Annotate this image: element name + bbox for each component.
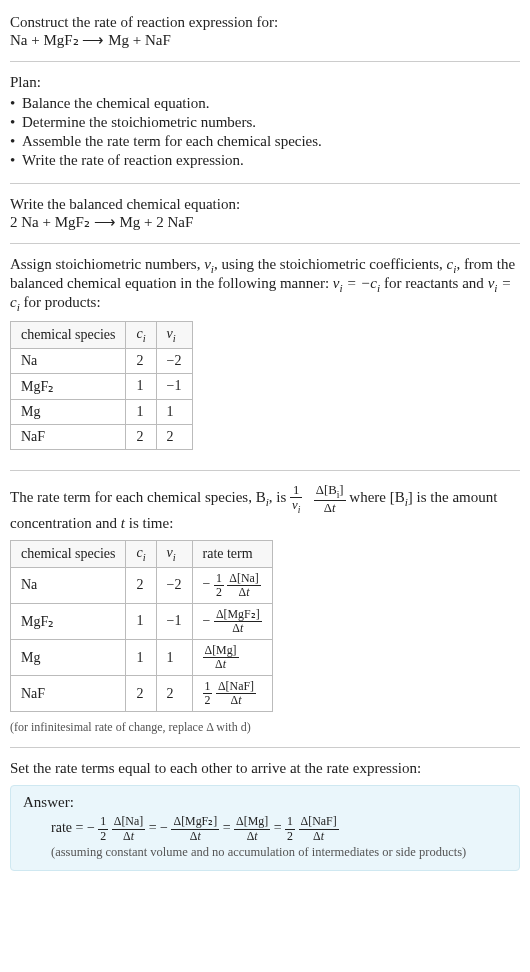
col-ci: ci	[126, 322, 156, 349]
plan-section: Plan: •Balance the chemical equation.•De…	[10, 68, 520, 177]
text: is time:	[125, 515, 173, 531]
rateterm-table: chemical species ci νi rate term Na2−2− …	[10, 540, 273, 713]
balanced-label: Write the balanced chemical equation:	[10, 196, 520, 213]
table-row: Na2−2− 12 Δ[Na]Δt	[11, 567, 273, 603]
equals-sign: =	[270, 820, 285, 835]
rate-term: − Δ[MgF₂]Δt	[203, 613, 262, 628]
cell-species: MgF₂	[11, 373, 126, 399]
rate-term: − 12 Δ[Na]Δt	[203, 576, 261, 591]
plan-item-text: Assemble the rate term for each chemical…	[22, 133, 322, 150]
divider	[10, 470, 520, 471]
cell-nui: 1	[156, 640, 192, 676]
plan-item-text: Balance the chemical equation.	[22, 95, 209, 112]
num: Δ[Bi]	[314, 483, 346, 501]
plan-item: •Determine the stoichiometric numbers.	[10, 114, 520, 131]
table-header-row: chemical species ci νi	[11, 322, 193, 349]
col-nui: νi	[156, 540, 192, 567]
divider	[10, 747, 520, 748]
cell-ci: 1	[126, 373, 156, 399]
answer-box: Answer: rate = − 12 Δ[Na]Δt = − Δ[MgF₂]Δ…	[10, 785, 520, 870]
cell-nui: −2	[156, 348, 192, 373]
rate-expression: rate = − 12 Δ[Na]Δt = − Δ[MgF₂]Δt = Δ[Mg…	[51, 815, 507, 842]
cell-rate: − Δ[MgF₂]Δt	[192, 603, 272, 639]
table-row: Na2−2	[11, 348, 193, 373]
prompt-text: Construct the rate of reaction expressio…	[10, 14, 520, 31]
rate-term: 12 Δ[NaF]Δt	[285, 820, 339, 835]
c-i: ci	[447, 256, 457, 272]
cell-ci: 2	[126, 676, 156, 712]
den: νi	[290, 498, 302, 515]
cell-ci: 2	[126, 348, 156, 373]
stoich-section: Assign stoichiometric numbers, νi, using…	[10, 250, 520, 464]
stoich-intro: Assign stoichiometric numbers, νi, using…	[10, 256, 515, 310]
cell-species: NaF	[11, 424, 126, 449]
col-ci: ci	[126, 540, 156, 567]
infinitesimal-note: (for infinitesimal rate of change, repla…	[10, 720, 520, 735]
col-species: chemical species	[11, 322, 126, 349]
text: , using the stoichiometric coefficients,	[214, 256, 447, 272]
text: The rate term for each chemical species,…	[10, 489, 266, 505]
table-header-row: chemical species ci νi rate term	[11, 540, 273, 567]
frac-one-over-nu: 1 νi	[290, 483, 302, 515]
table-row: NaF22	[11, 424, 193, 449]
cell-species: Na	[11, 348, 126, 373]
divider	[10, 243, 520, 244]
cell-species: MgF₂	[11, 603, 126, 639]
col-rate: rate term	[192, 540, 272, 567]
den: Δt	[314, 501, 346, 515]
cell-nui: −1	[156, 603, 192, 639]
plan-label: Plan:	[10, 74, 520, 91]
plan-item: •Write the rate of reaction expression.	[10, 152, 520, 169]
plan-item-text: Determine the stoichiometric numbers.	[22, 114, 256, 131]
cell-species: Mg	[11, 399, 126, 424]
table-row: MgF₂1−1− Δ[MgF₂]Δt	[11, 603, 273, 639]
cell-rate: 12 Δ[NaF]Δt	[192, 676, 272, 712]
cell-species: Na	[11, 567, 126, 603]
rateterm-intro: The rate term for each chemical species,…	[10, 489, 497, 531]
assumption-note: (assuming constant volume and no accumul…	[51, 845, 507, 860]
rate-term: − Δ[MgF₂]Δt	[160, 820, 219, 835]
cell-nui: 2	[156, 424, 192, 449]
rateterm-section: The rate term for each chemical species,…	[10, 477, 520, 742]
bullet-icon: •	[10, 95, 22, 112]
divider	[10, 61, 520, 62]
header-section: Construct the rate of reaction expressio…	[10, 8, 520, 55]
table-row: Mg11	[11, 399, 193, 424]
plan-list: •Balance the chemical equation.•Determin…	[10, 95, 520, 169]
equals-sign: =	[219, 820, 234, 835]
unbalanced-equation: Na + MgF₂ ⟶ Mg + NaF	[10, 31, 520, 49]
bullet-icon: •	[10, 114, 22, 131]
rate-term: − 12 Δ[Na]Δt	[87, 820, 145, 835]
final-intro: Set the rate terms equal to each other t…	[10, 760, 520, 777]
cell-ci: 1	[126, 603, 156, 639]
text: , is	[269, 489, 290, 505]
bullet-icon: •	[10, 133, 22, 150]
plan-item: •Assemble the rate term for each chemica…	[10, 133, 520, 150]
answer-label: Answer:	[23, 794, 507, 811]
text: for reactants and	[380, 275, 487, 291]
balanced-section: Write the balanced chemical equation: 2 …	[10, 190, 520, 237]
cell-nui: −2	[156, 567, 192, 603]
plan-item: •Balance the chemical equation.	[10, 95, 520, 112]
num: 1	[290, 483, 302, 498]
stoich-table: chemical species ci νi Na2−2MgF₂1−1Mg11N…	[10, 321, 193, 450]
text: for products:	[20, 294, 101, 310]
frac-dBi-dt: Δ[Bi] Δt	[314, 483, 346, 515]
cell-rate: Δ[Mg]Δt	[192, 640, 272, 676]
cell-species: Mg	[11, 640, 126, 676]
cell-nui: 2	[156, 676, 192, 712]
final-section: Set the rate terms equal to each other t…	[10, 754, 520, 876]
rel-reactants: νi = −ci	[333, 275, 380, 291]
divider	[10, 183, 520, 184]
table-row: MgF₂1−1	[11, 373, 193, 399]
cell-ci: 2	[126, 424, 156, 449]
cell-rate: − 12 Δ[Na]Δt	[192, 567, 272, 603]
rate-term: Δ[Mg]Δt	[203, 649, 239, 664]
table-row: Mg11Δ[Mg]Δt	[11, 640, 273, 676]
rate-term: Δ[Mg]Δt	[234, 820, 270, 835]
rate-word: rate =	[51, 820, 87, 835]
col-species: chemical species	[11, 540, 126, 567]
plan-item-text: Write the rate of reaction expression.	[22, 152, 244, 169]
nu-i: νi	[204, 256, 214, 272]
bullet-icon: •	[10, 152, 22, 169]
